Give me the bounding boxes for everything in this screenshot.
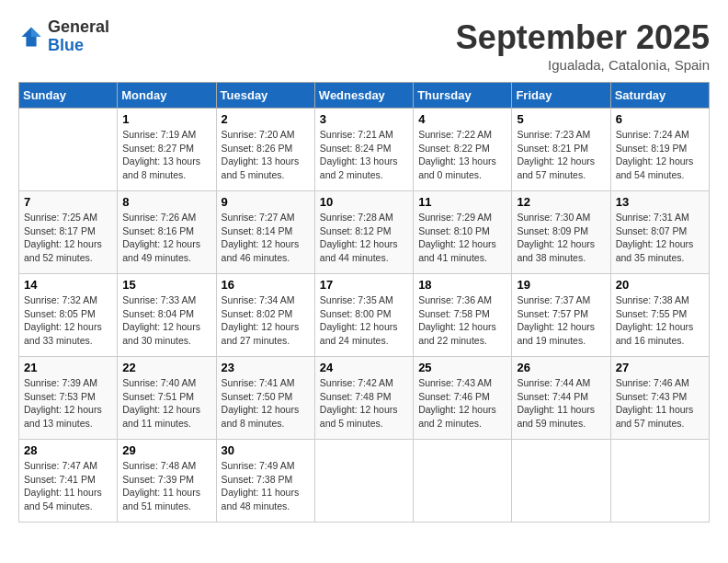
logo: General Blue (18, 18, 109, 55)
day-info: Sunrise: 7:33 AM Sunset: 8:04 PM Dayligh… (122, 293, 210, 348)
calendar-cell: 16Sunrise: 7:34 AM Sunset: 8:02 PM Dayli… (216, 274, 314, 357)
day-number: 26 (517, 361, 605, 374)
calendar-cell: 10Sunrise: 7:28 AM Sunset: 8:12 PM Dayli… (314, 191, 413, 274)
day-number: 3 (320, 112, 408, 126)
calendar-cell: 20Sunrise: 7:38 AM Sunset: 7:55 PM Dayli… (610, 274, 709, 357)
day-info: Sunrise: 7:27 AM Sunset: 8:14 PM Dayligh… (222, 211, 310, 265)
day-number: 16 (222, 278, 310, 292)
day-info: Sunrise: 7:20 AM Sunset: 8:26 PM Dayligh… (222, 128, 310, 182)
calendar-cell: 29Sunrise: 7:48 AM Sunset: 7:39 PM Dayli… (118, 440, 216, 523)
day-number: 14 (24, 278, 112, 292)
weekday-header: Sunday (19, 83, 118, 109)
calendar-cell (610, 440, 709, 523)
calendar-cell: 24Sunrise: 7:42 AM Sunset: 7:48 PM Dayli… (314, 357, 413, 440)
day-info: Sunrise: 7:30 AM Sunset: 8:09 PM Dayligh… (517, 211, 605, 265)
calendar-cell: 3Sunrise: 7:21 AM Sunset: 8:24 PM Daylig… (314, 109, 413, 191)
weekday-header: Thursday (414, 83, 512, 109)
day-info: Sunrise: 7:47 AM Sunset: 7:41 PM Dayligh… (24, 459, 112, 513)
calendar-cell: 28Sunrise: 7:47 AM Sunset: 7:41 PM Dayli… (19, 440, 118, 523)
day-number: 29 (122, 443, 210, 457)
day-info: Sunrise: 7:43 AM Sunset: 7:46 PM Dayligh… (418, 376, 506, 431)
calendar-cell: 26Sunrise: 7:44 AM Sunset: 7:44 PM Dayli… (512, 357, 610, 440)
day-info: Sunrise: 7:26 AM Sunset: 8:16 PM Dayligh… (122, 211, 210, 265)
calendar-cell: 13Sunrise: 7:31 AM Sunset: 8:07 PM Dayli… (610, 191, 709, 274)
day-number: 28 (24, 443, 112, 457)
calendar-cell: 12Sunrise: 7:30 AM Sunset: 8:09 PM Dayli… (512, 191, 610, 274)
day-info: Sunrise: 7:39 AM Sunset: 7:53 PM Dayligh… (24, 376, 112, 431)
calendar-cell: 4Sunrise: 7:22 AM Sunset: 8:22 PM Daylig… (414, 109, 512, 191)
day-info: Sunrise: 7:48 AM Sunset: 7:39 PM Dayligh… (122, 459, 210, 513)
calendar-cell: 27Sunrise: 7:46 AM Sunset: 7:43 PM Dayli… (610, 357, 709, 440)
day-number: 19 (517, 278, 605, 292)
weekday-header: Tuesday (216, 83, 314, 109)
day-info: Sunrise: 7:21 AM Sunset: 8:24 PM Dayligh… (320, 128, 408, 182)
day-info: Sunrise: 7:29 AM Sunset: 8:10 PM Dayligh… (418, 211, 506, 265)
svg-marker-1 (31, 27, 41, 37)
calendar-cell: 11Sunrise: 7:29 AM Sunset: 8:10 PM Dayli… (414, 191, 512, 274)
day-info: Sunrise: 7:25 AM Sunset: 8:17 PM Dayligh… (24, 211, 112, 265)
calendar-cell (414, 440, 512, 523)
day-info: Sunrise: 7:35 AM Sunset: 8:00 PM Dayligh… (320, 293, 408, 348)
day-number: 25 (418, 361, 506, 374)
day-number: 23 (222, 361, 310, 374)
day-number: 11 (418, 195, 506, 209)
day-info: Sunrise: 7:23 AM Sunset: 8:21 PM Dayligh… (517, 128, 605, 182)
day-info: Sunrise: 7:46 AM Sunset: 7:43 PM Dayligh… (616, 376, 704, 431)
calendar-cell: 8Sunrise: 7:26 AM Sunset: 8:16 PM Daylig… (118, 191, 216, 274)
weekday-header: Wednesday (314, 83, 413, 109)
day-number: 17 (320, 278, 408, 292)
day-info: Sunrise: 7:22 AM Sunset: 8:22 PM Dayligh… (418, 128, 506, 182)
day-number: 8 (122, 195, 210, 209)
day-number: 2 (222, 112, 310, 126)
calendar-week-row: 14Sunrise: 7:32 AM Sunset: 8:05 PM Dayli… (19, 274, 710, 357)
day-info: Sunrise: 7:19 AM Sunset: 8:27 PM Dayligh… (122, 128, 210, 182)
calendar-cell (314, 440, 413, 523)
weekday-header: Saturday (610, 83, 709, 109)
page-header: General Blue September 2025 Igualada, Ca… (18, 18, 710, 73)
day-number: 6 (616, 112, 704, 126)
day-number: 15 (122, 278, 210, 292)
day-number: 18 (418, 278, 506, 292)
calendar-table: SundayMondayTuesdayWednesdayThursdayFrid… (18, 82, 710, 523)
weekday-header-row: SundayMondayTuesdayWednesdayThursdayFrid… (19, 83, 710, 109)
day-number: 21 (24, 361, 112, 374)
day-info: Sunrise: 7:31 AM Sunset: 8:07 PM Dayligh… (616, 211, 704, 265)
calendar-cell: 22Sunrise: 7:40 AM Sunset: 7:51 PM Dayli… (118, 357, 216, 440)
day-info: Sunrise: 7:49 AM Sunset: 7:38 PM Dayligh… (222, 459, 310, 513)
day-number: 10 (320, 195, 408, 209)
calendar-cell: 21Sunrise: 7:39 AM Sunset: 7:53 PM Dayli… (19, 357, 118, 440)
day-number: 5 (517, 112, 605, 126)
day-info: Sunrise: 7:37 AM Sunset: 7:57 PM Dayligh… (517, 293, 605, 348)
weekday-header: Monday (118, 83, 216, 109)
day-info: Sunrise: 7:44 AM Sunset: 7:44 PM Dayligh… (517, 376, 605, 431)
location: Igualada, Catalonia, Spain (456, 57, 710, 73)
calendar-cell: 17Sunrise: 7:35 AM Sunset: 8:00 PM Dayli… (314, 274, 413, 357)
day-number: 22 (122, 361, 210, 374)
calendar-cell: 9Sunrise: 7:27 AM Sunset: 8:14 PM Daylig… (216, 191, 314, 274)
day-info: Sunrise: 7:32 AM Sunset: 8:05 PM Dayligh… (24, 293, 112, 348)
day-number: 13 (616, 195, 704, 209)
calendar-cell: 6Sunrise: 7:24 AM Sunset: 8:19 PM Daylig… (610, 109, 709, 191)
month-title: September 2025 (456, 18, 710, 57)
calendar-cell: 18Sunrise: 7:36 AM Sunset: 7:58 PM Dayli… (414, 274, 512, 357)
calendar-cell: 7Sunrise: 7:25 AM Sunset: 8:17 PM Daylig… (19, 191, 118, 274)
calendar-cell: 14Sunrise: 7:32 AM Sunset: 8:05 PM Dayli… (19, 274, 118, 357)
day-info: Sunrise: 7:34 AM Sunset: 8:02 PM Dayligh… (222, 293, 310, 348)
calendar-cell: 23Sunrise: 7:41 AM Sunset: 7:50 PM Dayli… (216, 357, 314, 440)
calendar-cell: 30Sunrise: 7:49 AM Sunset: 7:38 PM Dayli… (216, 440, 314, 523)
day-number: 24 (320, 361, 408, 374)
day-number: 12 (517, 195, 605, 209)
calendar-cell: 15Sunrise: 7:33 AM Sunset: 8:04 PM Dayli… (118, 274, 216, 357)
calendar-cell: 19Sunrise: 7:37 AM Sunset: 7:57 PM Dayli… (512, 274, 610, 357)
day-info: Sunrise: 7:28 AM Sunset: 8:12 PM Dayligh… (320, 211, 408, 265)
day-info: Sunrise: 7:42 AM Sunset: 7:48 PM Dayligh… (320, 376, 408, 431)
day-number: 30 (222, 443, 310, 457)
calendar-cell (512, 440, 610, 523)
day-number: 9 (222, 195, 310, 209)
logo-text: General Blue (48, 18, 109, 55)
calendar-week-row: 28Sunrise: 7:47 AM Sunset: 7:41 PM Dayli… (19, 440, 710, 523)
calendar-cell: 1Sunrise: 7:19 AM Sunset: 8:27 PM Daylig… (118, 109, 216, 191)
calendar-week-row: 21Sunrise: 7:39 AM Sunset: 7:53 PM Dayli… (19, 357, 710, 440)
day-number: 7 (24, 195, 112, 209)
logo-blue: Blue (48, 37, 109, 55)
